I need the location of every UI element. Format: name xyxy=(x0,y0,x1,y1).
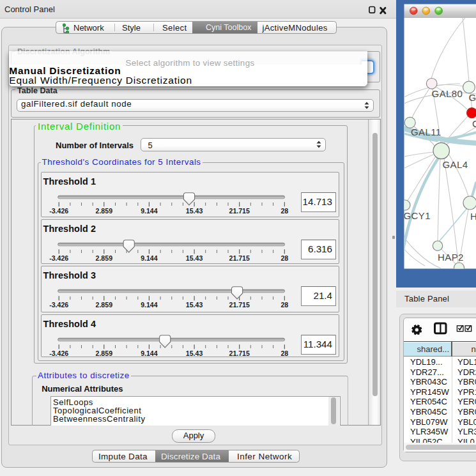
svg-text:9.144: 9.144 xyxy=(141,254,158,262)
svg-text:9.144: 9.144 xyxy=(141,207,158,215)
svg-text:GAL4: GAL4 xyxy=(443,159,468,170)
svg-text:15.43: 15.43 xyxy=(185,301,203,309)
svg-text:15.43: 15.43 xyxy=(185,207,203,215)
svg-text:21.715: 21.715 xyxy=(229,207,250,215)
svg-text:2.859: 2.859 xyxy=(95,254,112,262)
svg-text:2.859: 2.859 xyxy=(95,349,112,357)
svg-text:C: C xyxy=(472,118,476,129)
svg-text:21.715: 21.715 xyxy=(229,254,250,262)
svg-text:GAL80: GAL80 xyxy=(432,88,463,99)
svg-text:H: H xyxy=(470,211,476,222)
svg-text:2.859: 2.859 xyxy=(95,207,112,215)
svg-text:2.859: 2.859 xyxy=(95,301,112,309)
svg-text:21.715: 21.715 xyxy=(229,301,250,309)
svg-text:21.715: 21.715 xyxy=(229,349,250,357)
svg-text:15.43: 15.43 xyxy=(185,349,203,357)
svg-text:GA: GA xyxy=(469,92,476,103)
svg-text:-3.426: -3.426 xyxy=(49,207,68,215)
svg-text:-3.426: -3.426 xyxy=(49,254,68,262)
svg-text:9.144: 9.144 xyxy=(141,301,158,309)
svg-text:-3.426: -3.426 xyxy=(49,349,68,357)
svg-text:-3.426: -3.426 xyxy=(49,301,68,309)
svg-text:9.144: 9.144 xyxy=(141,349,158,357)
svg-text:GCY1: GCY1 xyxy=(404,210,431,221)
svg-text:28: 28 xyxy=(280,254,288,262)
svg-text:HAP2: HAP2 xyxy=(438,252,464,263)
svg-text:28: 28 xyxy=(280,349,288,357)
svg-text:28: 28 xyxy=(280,301,288,309)
svg-text:15.43: 15.43 xyxy=(185,254,203,262)
svg-text:28: 28 xyxy=(280,207,288,215)
svg-text:GAL11: GAL11 xyxy=(411,127,441,137)
